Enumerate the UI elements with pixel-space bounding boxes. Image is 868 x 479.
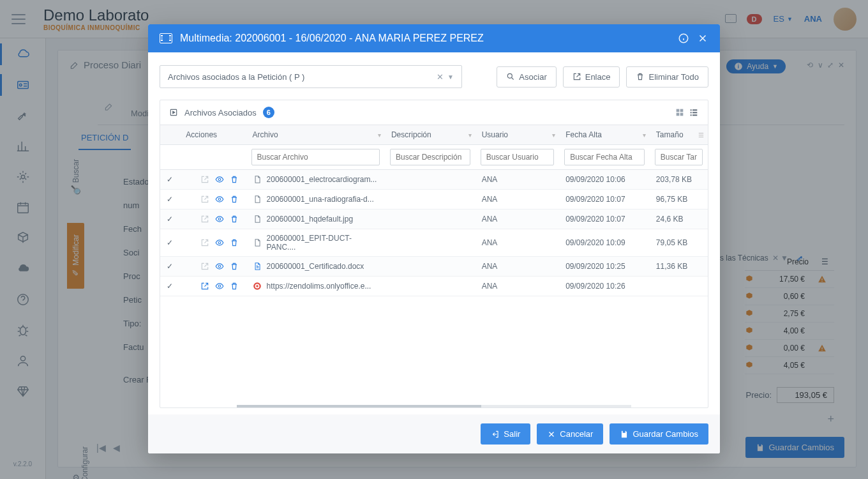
col-archivo[interactable]: Archivo▾ [246, 125, 385, 145]
open-icon[interactable] [200, 195, 209, 204]
date-cell: 09/09/2020 10:06 [559, 170, 650, 190]
svg-point-31 [219, 285, 221, 287]
download-icon[interactable] [186, 238, 195, 247]
trash-icon[interactable] [230, 215, 239, 224]
filter-fecha[interactable] [564, 149, 645, 165]
open-icon[interactable] [200, 175, 209, 184]
view-grid-icon[interactable] [675, 107, 685, 118]
col-fecha[interactable]: Fecha Alta▾ [559, 125, 650, 145]
eye-icon[interactable] [215, 262, 224, 271]
table-row[interactable]: ✓ 200600001_hqdefault.jpg ANA 09/09/2020… [160, 209, 708, 229]
filter-descripcion[interactable] [390, 149, 470, 165]
file-type-icon [253, 194, 262, 204]
row-check[interactable]: ✓ [160, 209, 179, 229]
eye-icon[interactable] [215, 282, 224, 291]
svg-rect-17 [680, 109, 684, 112]
view-list-icon[interactable] [689, 107, 699, 118]
filter-archivo[interactable] [251, 149, 380, 165]
trash-icon[interactable] [230, 238, 239, 247]
svg-rect-21 [692, 109, 697, 110]
file-type-icon [253, 261, 262, 271]
size-cell: 79,05 KB [650, 229, 708, 257]
eye-icon[interactable] [215, 175, 224, 184]
table-row[interactable]: ✓ https://zendolims.onlyoffice.e... ANA … [160, 277, 708, 296]
filter-tamano[interactable] [655, 149, 703, 165]
svg-rect-25 [692, 114, 697, 116]
col-usuario[interactable]: Usuario▾ [475, 125, 560, 145]
eliminar-todo-button[interactable]: Eliminar Todo [626, 66, 708, 87]
svg-rect-23 [692, 112, 697, 113]
salir-button[interactable]: Salir [481, 423, 530, 445]
eye-icon[interactable] [215, 238, 224, 247]
scope-select[interactable]: Archivos asociados a la Petición ( P ) ✕… [160, 65, 462, 88]
col-descripcion[interactable]: Descripción▾ [385, 125, 475, 145]
eye-icon[interactable] [215, 195, 224, 204]
eye-icon[interactable] [215, 215, 224, 224]
open-icon[interactable] [200, 238, 209, 247]
date-cell: 09/09/2020 10:07 [559, 209, 650, 229]
file-type-icon [253, 238, 262, 248]
film-icon [160, 33, 172, 43]
download-icon[interactable] [186, 195, 195, 204]
modal-info-icon[interactable] [678, 33, 689, 44]
trash-icon[interactable] [230, 282, 239, 291]
play-icon [169, 108, 178, 117]
trash-icon[interactable] [230, 175, 239, 184]
row-check[interactable]: ✓ [160, 229, 179, 257]
grid-title-label: Archivos Asociados [184, 108, 257, 118]
trash-icon[interactable] [230, 195, 239, 204]
file-name: 200600001_electrocardiogram... [267, 175, 377, 184]
table-row[interactable]: ✓ 200600001_Certificado.docx ANA 09/09/2… [160, 257, 708, 277]
svg-rect-24 [691, 114, 692, 116]
chevron-down-icon[interactable]: ▼ [447, 73, 454, 80]
row-check[interactable]: ✓ [160, 190, 179, 209]
table-row[interactable]: ✓ 200600001_una-radiografia-d... ANA 09/… [160, 190, 708, 209]
col-tamano[interactable]: Tamaño☰ [650, 125, 708, 145]
file-type-icon [253, 174, 262, 185]
svg-point-30 [219, 265, 221, 268]
modal-close-icon[interactable] [697, 33, 708, 44]
open-icon[interactable] [200, 262, 209, 271]
svg-rect-20 [691, 109, 692, 110]
svg-rect-22 [691, 112, 692, 113]
col-acciones[interactable]: Acciones [179, 125, 246, 145]
open-icon[interactable] [200, 215, 209, 224]
date-cell: 09/09/2020 10:26 [559, 277, 650, 296]
row-check[interactable]: ✓ [160, 257, 179, 277]
svg-point-29 [219, 241, 221, 244]
enlace-button[interactable]: Enlace [563, 66, 620, 87]
cancelar-button[interactable]: Cancelar [537, 423, 603, 445]
filter-usuario[interactable] [481, 149, 555, 165]
download-icon[interactable] [186, 262, 195, 271]
open-icon[interactable] [200, 282, 209, 291]
table-row[interactable]: ✓ 200600001_electrocardiogram... ANA 09/… [160, 170, 708, 190]
file-type-icon [253, 214, 262, 224]
user-cell: ANA [475, 170, 560, 190]
trash-icon[interactable] [230, 262, 239, 271]
svg-point-14 [508, 73, 513, 78]
row-check[interactable]: ✓ [160, 170, 179, 190]
clear-icon[interactable]: ✕ [433, 72, 447, 82]
svg-point-26 [219, 178, 221, 181]
user-cell: ANA [475, 277, 560, 296]
size-cell [650, 277, 708, 296]
asociar-button[interactable]: Asociar [497, 66, 556, 87]
file-name: 200600001_hqdefault.jpg [267, 215, 353, 224]
file-type-icon [253, 281, 262, 291]
file-name: 200600001_EPIT-DUCT-PANC.... [267, 234, 378, 252]
guardar-button[interactable]: Guardar Cambios [610, 423, 708, 445]
table-row[interactable]: ✓ 200600001_EPIT-DUCT-PANC.... ANA 09/09… [160, 229, 708, 257]
download-icon[interactable] [186, 215, 195, 224]
col-check[interactable] [160, 125, 179, 145]
h-scrollbar[interactable] [237, 405, 631, 407]
size-cell: 203,78 KB [650, 170, 708, 190]
count-badge: 6 [263, 107, 274, 118]
download-icon[interactable] [186, 175, 195, 184]
file-name: 200600001_una-radiografia-d... [267, 195, 374, 204]
row-check[interactable]: ✓ [160, 277, 179, 296]
size-cell: 24,6 KB [650, 209, 708, 229]
svg-point-27 [219, 198, 221, 201]
user-cell: ANA [475, 190, 560, 209]
download-icon [186, 282, 195, 291]
file-name: 200600001_Certificado.docx [267, 262, 364, 271]
